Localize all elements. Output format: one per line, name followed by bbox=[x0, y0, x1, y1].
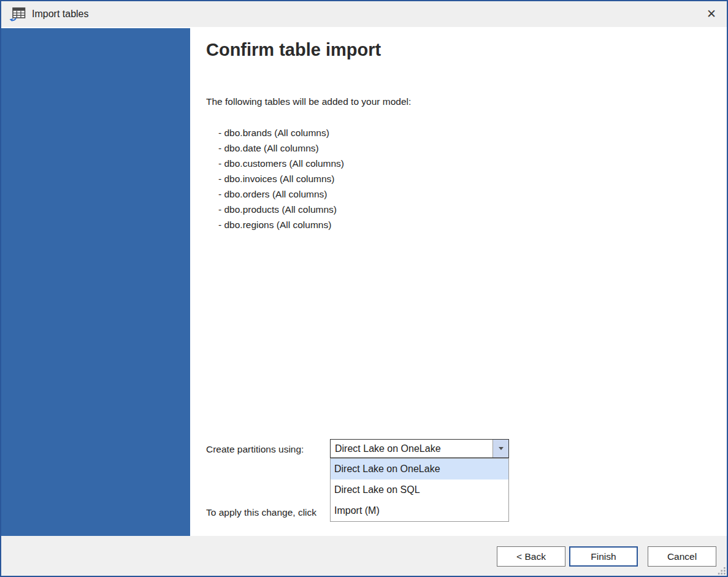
dropdown-option[interactable]: Direct Lake on SQL bbox=[331, 480, 508, 500]
partitions-label: Create partitions using: bbox=[206, 444, 304, 455]
dialog-body: Confirm table import The following table… bbox=[1, 28, 727, 536]
table-list: - dbo.brands (All columns) - dbo.date (A… bbox=[218, 125, 344, 232]
page-title: Confirm table import bbox=[206, 40, 381, 60]
apply-change-text: To apply this change, click bbox=[206, 507, 316, 518]
resize-grip[interactable] bbox=[718, 567, 726, 575]
resize-grip-icon bbox=[718, 567, 726, 575]
finish-button[interactable]: Finish bbox=[569, 546, 638, 567]
table-list-item: - dbo.brands (All columns) bbox=[218, 125, 344, 140]
dropdown-arrow-button[interactable] bbox=[492, 440, 508, 457]
titlebar: Import tables ✕ bbox=[1, 1, 727, 28]
wizard-sidebar bbox=[1, 28, 190, 536]
table-list-item: - dbo.regions (All columns) bbox=[218, 217, 344, 232]
footer: < Back Finish Cancel bbox=[1, 536, 727, 576]
table-list-item: - dbo.invoices (All columns) bbox=[218, 171, 344, 186]
partitions-combobox[interactable]: Direct Lake on OneLake bbox=[330, 439, 509, 458]
table-list-item: - dbo.customers (All columns) bbox=[218, 156, 344, 171]
back-button[interactable]: < Back bbox=[497, 546, 565, 567]
partitions-dropdown-list: Direct Lake on OneLake Direct Lake on SQ… bbox=[330, 458, 509, 522]
intro-text: The following tables will be added to yo… bbox=[206, 96, 411, 107]
table-list-item: - dbo.products (All columns) bbox=[218, 202, 344, 217]
chevron-down-icon bbox=[499, 447, 504, 450]
content-pane: Confirm table import The following table… bbox=[190, 28, 727, 536]
close-button[interactable]: ✕ bbox=[701, 4, 722, 25]
import-tables-dialog: Import tables ✕ Confirm table import The… bbox=[0, 0, 728, 577]
import-tables-icon bbox=[9, 6, 26, 22]
cancel-button[interactable]: Cancel bbox=[648, 546, 716, 567]
dropdown-option[interactable]: Import (M) bbox=[331, 500, 508, 521]
window-title: Import tables bbox=[32, 9, 88, 20]
combobox-value: Direct Lake on OneLake bbox=[331, 440, 492, 457]
table-list-item: - dbo.date (All columns) bbox=[218, 140, 344, 156]
table-list-item: - dbo.orders (All columns) bbox=[218, 186, 344, 202]
dropdown-option[interactable]: Direct Lake on OneLake bbox=[331, 459, 508, 480]
